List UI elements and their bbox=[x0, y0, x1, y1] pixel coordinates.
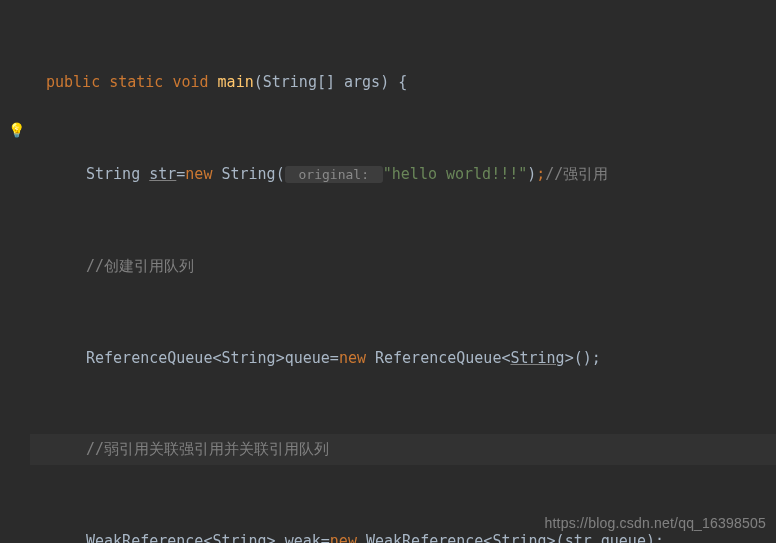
variable: str bbox=[149, 165, 176, 183]
gutter: 💡 bbox=[0, 0, 30, 543]
code-line: public static void main(String[] args) { bbox=[30, 67, 776, 98]
method-name: main bbox=[218, 73, 254, 91]
keyword: public bbox=[46, 73, 100, 91]
text: >( bbox=[547, 532, 565, 544]
text: ,queue); bbox=[592, 532, 664, 544]
comment: //创建引用队列 bbox=[86, 257, 194, 275]
code-line: //创建引用队列 bbox=[30, 251, 776, 282]
keyword: static bbox=[109, 73, 163, 91]
code-line-current: //弱引用关联强引用并关联引用队列 bbox=[30, 434, 776, 465]
watermark: https://blog.csdn.net/qq_16398505 bbox=[545, 515, 766, 531]
type: String bbox=[492, 532, 546, 544]
type: String bbox=[510, 349, 564, 367]
code-line: String str=new String( original: "hello … bbox=[30, 159, 776, 191]
lightbulb-icon[interactable]: 💡 bbox=[8, 122, 25, 138]
code-editor[interactable]: 💡 public static void main(String[] args)… bbox=[0, 0, 776, 543]
code-line: ReferenceQueue<String>queue=new Referenc… bbox=[30, 343, 776, 374]
keyword: new bbox=[185, 165, 212, 183]
code-area[interactable]: public static void main(String[] args) {… bbox=[30, 0, 776, 543]
comment: //强引用 bbox=[545, 165, 608, 183]
text: ReferenceQueue<String>queue= bbox=[86, 349, 339, 367]
text: WeakReference< bbox=[357, 532, 492, 544]
text: ) bbox=[527, 165, 536, 183]
comment: //弱引用关联强引用并关联引用队列 bbox=[86, 440, 329, 458]
variable: str bbox=[565, 532, 592, 544]
text: WeakReference<String> weak= bbox=[86, 532, 330, 544]
text: ; bbox=[536, 165, 545, 183]
text: >(); bbox=[565, 349, 601, 367]
keyword: void bbox=[172, 73, 208, 91]
text: ReferenceQueue< bbox=[366, 349, 511, 367]
text: String bbox=[86, 165, 149, 183]
text: (String[] args) { bbox=[254, 73, 408, 91]
param-hint: original: bbox=[285, 166, 383, 183]
text: = bbox=[176, 165, 185, 183]
keyword: new bbox=[330, 532, 357, 544]
text: String( bbox=[212, 165, 284, 183]
keyword: new bbox=[339, 349, 366, 367]
string-literal: "hello world!!!" bbox=[383, 165, 528, 183]
